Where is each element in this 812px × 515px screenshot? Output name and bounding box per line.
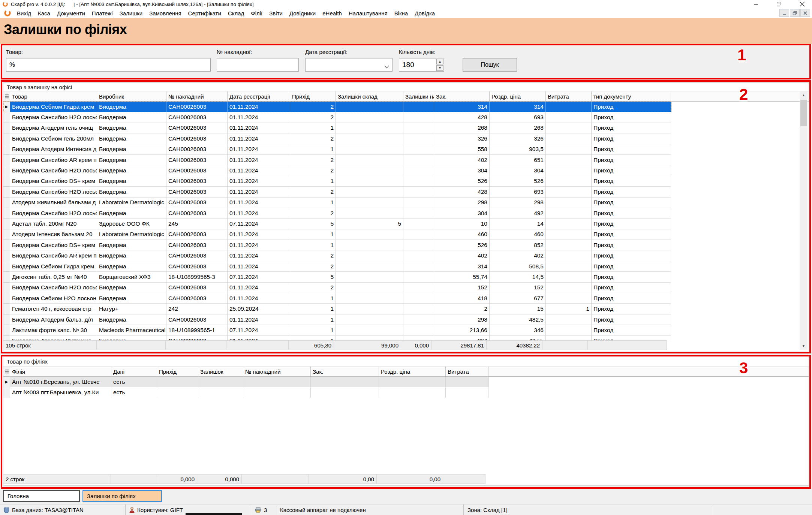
table-cell[interactable]: 5 (290, 219, 336, 229)
menu-item[interactable]: Склад (225, 10, 247, 16)
table-cell[interactable]: Биодерма Себиом гель 200мл (10, 133, 97, 144)
table-cell[interactable]: САН00026003 (166, 133, 228, 144)
table-cell[interactable]: 304 (434, 208, 490, 219)
table-cell[interactable] (546, 112, 592, 123)
column-header[interactable]: Філія (10, 367, 111, 376)
table-cell[interactable] (336, 314, 403, 325)
table-cell[interactable] (446, 377, 488, 387)
table-cell[interactable]: Приход (592, 314, 671, 325)
table-cell[interactable]: 01.11.2024 (228, 240, 290, 250)
table-cell[interactable]: 152 (490, 283, 546, 293)
table-cell[interactable]: Биодерма (97, 336, 166, 340)
table-cell[interactable]: 07.11.2024 (228, 219, 290, 229)
table-cell[interactable]: Биодерма (97, 283, 166, 293)
table-row[interactable]: Лактимак форте капс. № 30Macleods Pharma… (3, 325, 671, 335)
scrollbar-thumb[interactable] (800, 100, 807, 126)
minimize-icon[interactable] (753, 1, 759, 7)
table-cell[interactable]: 01.11.2024 (228, 187, 290, 197)
table-cell[interactable] (336, 165, 403, 176)
table-cell[interactable]: Приход (592, 198, 671, 208)
table-cell[interactable] (336, 208, 403, 219)
table-cell[interactable] (403, 155, 434, 165)
table-cell[interactable]: 25.09.2024 (228, 304, 290, 314)
table-cell[interactable]: Биодерма Сансибио Н2О лосьо (10, 165, 97, 176)
table-cell[interactable]: Апт №010 г.Березань, ул. Шевче (10, 377, 111, 387)
table-cell[interactable] (546, 144, 592, 155)
menu-item[interactable]: Каса (34, 10, 54, 16)
table-cell[interactable]: САН00026003 (166, 198, 228, 208)
table-cell[interactable] (336, 123, 403, 133)
table-cell[interactable] (546, 187, 592, 197)
table-cell[interactable]: Приход (592, 219, 671, 229)
table-cell[interactable]: 402 (434, 250, 490, 261)
table-cell[interactable]: Laboratoire Dermatologic (97, 229, 166, 240)
table-cell[interactable]: Биодерма Себиом Н2О лосьон (10, 293, 97, 304)
table-cell[interactable]: Биодерма (97, 144, 166, 155)
table-cell[interactable]: 213,66 (434, 325, 490, 335)
table-cell[interactable]: Биодерма (97, 112, 166, 123)
table-cell[interactable] (546, 293, 592, 304)
table-cell[interactable] (336, 176, 403, 187)
table-cell[interactable] (546, 261, 592, 272)
column-header[interactable]: Прихід (290, 91, 336, 101)
table-cell[interactable] (311, 387, 379, 398)
column-header[interactable]: Роздр. ціна (490, 91, 546, 101)
table-cell[interactable] (336, 155, 403, 165)
table-cell[interactable]: 693 (490, 112, 546, 123)
menu-item[interactable]: Довідники (286, 10, 319, 16)
table-row[interactable]: ▶Апт №010 г.Березань, ул. Шевчеесть (3, 377, 489, 387)
column-header[interactable]: Зак. (434, 91, 490, 101)
table-cell[interactable]: Биодерма (97, 293, 166, 304)
table-cell[interactable]: Приход (592, 144, 671, 155)
table-cell[interactable]: 402 (490, 250, 546, 261)
table-cell[interactable] (336, 250, 403, 261)
table-cell[interactable]: 314 (434, 261, 490, 272)
table-cell[interactable] (403, 314, 434, 325)
restore-icon[interactable] (776, 1, 782, 7)
column-header[interactable]: № накладний (243, 367, 311, 376)
menu-item[interactable]: Платежі (88, 10, 116, 16)
table-row[interactable]: Биодерма Себиом Гидра кремБиодермаСАН000… (3, 261, 671, 272)
table-row[interactable]: Биодерма Атодерм гель очищБиодермаСАН000… (3, 123, 671, 133)
table-cell[interactable]: 526 (434, 176, 490, 187)
search-button[interactable]: Пошук (463, 58, 517, 72)
table-cell[interactable]: 326 (490, 133, 546, 144)
table-cell[interactable]: 01.11.2024 (228, 102, 290, 112)
table-cell[interactable]: Биодерма Сансибио Н2О лосьо (10, 283, 97, 293)
table-cell[interactable]: САН00026003 (166, 240, 228, 250)
table-cell[interactable] (198, 387, 243, 398)
chevron-down-icon[interactable] (384, 63, 389, 70)
invoice-number-input[interactable] (217, 58, 299, 72)
table-row[interactable]: Атодерм Інтенсив бальзам 20Laboratoire D… (3, 229, 671, 240)
table-cell[interactable]: 01.11.2024 (228, 112, 290, 123)
table-cell[interactable]: Приход (592, 283, 671, 293)
table-cell[interactable] (403, 187, 434, 197)
table-cell[interactable]: Натур+ (97, 304, 166, 314)
table-row[interactable]: Апт №003 пгт.Барышевка, ул.Киесть (3, 387, 489, 398)
table-cell[interactable]: Приход (592, 250, 671, 261)
table-cell[interactable] (336, 133, 403, 144)
table-cell[interactable] (546, 250, 592, 261)
table-cell[interactable]: 298 (434, 198, 490, 208)
table-cell[interactable]: 428 (434, 187, 490, 197)
table-cell[interactable] (243, 387, 311, 398)
table-cell[interactable] (336, 187, 403, 197)
table-cell[interactable] (336, 198, 403, 208)
table-cell[interactable] (546, 133, 592, 144)
table-row[interactable]: Биодерма Сансибио Н2О лосьоБиодермаСАН00… (3, 165, 671, 176)
table-cell[interactable]: 01.11.2024 (228, 208, 290, 219)
table-row[interactable]: Биодерма Сансибио Н2О лосьоБиодермаСАН00… (3, 283, 671, 293)
stepper-up-icon[interactable]: ▲ (436, 59, 443, 64)
menu-item[interactable]: Вихід (13, 10, 34, 16)
table-cell[interactable] (546, 208, 592, 219)
table-cell[interactable]: 01.11.2024 (228, 155, 290, 165)
table-cell[interactable] (546, 123, 592, 133)
table-cell[interactable]: Биодерма Себиом Гидра крем (10, 102, 97, 112)
table-row[interactable]: Биодерма Атодерм Интенсив дБиодермаСАН00… (3, 144, 671, 155)
table-cell[interactable] (336, 272, 403, 282)
table-cell[interactable] (198, 377, 243, 387)
table-cell[interactable]: Приход (592, 112, 671, 123)
table-cell[interactable]: Биодерма Сансибио Н2О лосьо (10, 208, 97, 219)
table-row[interactable]: Биодерма Атодерм ИнтенсивБиодермаСАН0002… (3, 336, 671, 340)
table-cell[interactable]: САН00026003 (166, 102, 228, 112)
